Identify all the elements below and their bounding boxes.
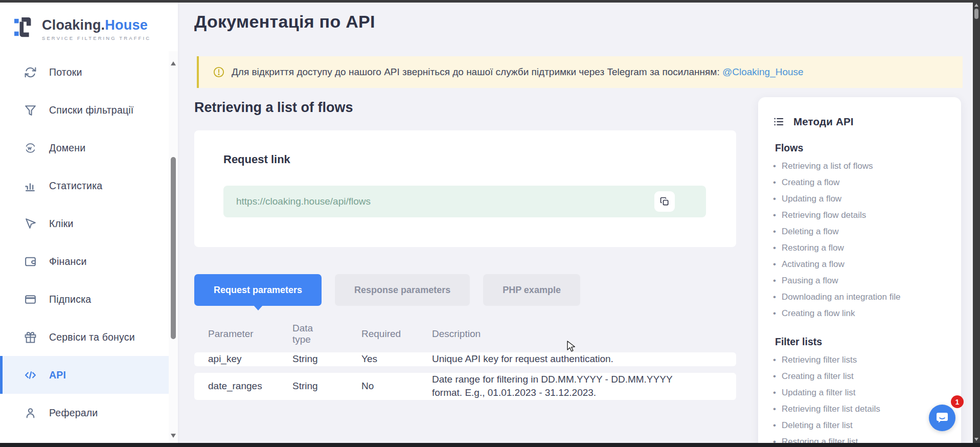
sidebar-item[interactable]: Списки фільтрації — [0, 91, 171, 129]
bullet-icon: • — [773, 207, 776, 223]
method-link[interactable]: •Creating a filter list — [773, 368, 951, 385]
method-link[interactable]: •Deleting a filter list — [773, 417, 951, 434]
tab[interactable]: PHP example — [483, 274, 580, 306]
method-link[interactable]: •Retrieving filter lists — [773, 352, 951, 368]
sidebar-scrollbar[interactable] — [169, 51, 178, 447]
method-link[interactable]: •Restoring a flow — [773, 240, 951, 256]
method-link-label: Updating a flow — [782, 191, 841, 207]
method-link-label: Deleting a filter list — [782, 417, 853, 434]
brand-logo-icon — [14, 15, 36, 40]
sidebar-item-label: Домени — [49, 142, 85, 154]
brand-name-accent: House — [105, 17, 148, 33]
brand-name-dark: Cloaking. — [42, 17, 105, 33]
chat-widget-button[interactable] — [929, 405, 955, 431]
tab-label: PHP example — [503, 285, 561, 296]
sidebar-item[interactable]: Домени — [0, 129, 171, 167]
screen-top-strip — [0, 0, 980, 3]
bullet-icon: • — [773, 417, 776, 434]
cell-data-type: String — [279, 381, 348, 392]
sidebar-item[interactable]: API — [0, 356, 171, 394]
method-link-label: Updating a filter list — [782, 385, 856, 401]
cell-required: Yes — [348, 353, 418, 365]
gift-icon — [24, 331, 37, 344]
tab[interactable]: Response parameters — [335, 274, 470, 306]
api-access-notice: Для відкриття доступу до нашого API звер… — [197, 56, 963, 88]
brand-tagline: SERVICE FILTERING TRAFFIC — [42, 35, 151, 41]
method-link[interactable]: •Updating a flow — [773, 191, 951, 207]
method-link[interactable]: •Retrieving flow details — [773, 207, 951, 223]
request-link-title: Request link — [223, 153, 290, 166]
bullet-icon: • — [773, 158, 776, 174]
sync-icon — [24, 66, 37, 79]
notice-text: Для відкриття доступу до нашого API звер… — [232, 66, 804, 78]
method-link[interactable]: •Updating a filter list — [773, 385, 951, 401]
sidebar-item[interactable]: Фінанси — [0, 242, 171, 280]
bullet-icon: • — [773, 256, 776, 273]
scroll-down-arrow-icon[interactable] — [974, 438, 978, 441]
method-link-label: Restoring a flow — [782, 240, 844, 256]
page-scrollbar-thumb[interactable] — [974, 9, 978, 19]
sidebar-item[interactable]: Потоки — [0, 53, 171, 91]
screen-bottom-strip — [0, 443, 980, 447]
sidebar-nav: Потоки Списки фільтрації Домени Статисти… — [0, 53, 171, 432]
chat-notification-badge: 1 — [951, 395, 964, 408]
request-url-field[interactable]: https://cloaking.house/api/flows — [223, 186, 706, 217]
flows-method-list: •Retrieving a list of flows •Creating a … — [773, 158, 951, 322]
method-link[interactable]: •Downloading an integration file — [773, 289, 951, 305]
method-link[interactable]: •Deleting a flow — [773, 223, 951, 240]
stats-icon — [24, 180, 37, 192]
bullet-icon: • — [773, 223, 776, 240]
tab-label: Request parameters — [214, 285, 302, 296]
sidebar-item[interactable]: Кліки — [0, 205, 171, 242]
cell-description: Date range for filtering in DD.MM.YYYY -… — [418, 373, 704, 400]
copy-url-button[interactable] — [654, 191, 675, 212]
tab[interactable]: Request parameters — [194, 274, 322, 306]
bullet-icon: • — [773, 368, 776, 385]
section-title: Retrieving a list of flows — [194, 100, 353, 116]
brand-logo[interactable]: Cloaking.House SERVICE FILTERING TRAFFIC — [14, 15, 151, 41]
sidebar-item-label: Підписка — [49, 294, 91, 305]
sidebar: Cloaking.House SERVICE FILTERING TRAFFIC… — [0, 0, 178, 447]
bullet-icon: • — [773, 385, 776, 401]
sidebar-item[interactable]: Статистика — [0, 167, 171, 205]
sidebar-scrollbar-thumb[interactable] — [171, 157, 176, 339]
sidebar-item-label: Списки фільтрації — [49, 104, 133, 116]
bullet-icon: • — [773, 352, 776, 368]
method-link[interactable]: •Pausing a flow — [773, 273, 951, 289]
sidebar-item-label: Кліки — [49, 218, 74, 230]
api-methods-panel: Методи API Flows •Retrieving a list of f… — [758, 97, 961, 447]
bullet-icon: • — [773, 174, 776, 191]
bullet-icon: • — [773, 305, 776, 322]
scroll-down-arrow-icon[interactable] — [171, 434, 176, 438]
page-title: Документація по API — [194, 12, 375, 32]
methods-section-flows: Flows — [775, 142, 951, 154]
cell-data-type: String — [279, 353, 348, 365]
sidebar-item[interactable]: Реферали — [0, 394, 171, 432]
scroll-up-arrow-icon[interactable] — [171, 61, 176, 65]
copy-icon — [659, 196, 670, 207]
method-link-label: Creating a flow — [782, 174, 839, 191]
method-link[interactable]: •Creating a flow — [773, 174, 951, 191]
cursor-icon — [24, 217, 37, 230]
sidebar-item[interactable]: Підписка — [0, 280, 171, 318]
method-link[interactable]: •Retrieving filter list details — [773, 401, 951, 417]
card-icon — [24, 293, 37, 306]
method-link[interactable]: •Creating a flow link — [773, 305, 951, 322]
method-link-label: Pausing a flow — [782, 273, 838, 289]
method-link-label: Retrieving filter list details — [782, 401, 880, 417]
table-row: date_ranges String No Date range for fil… — [194, 373, 736, 400]
scroll-up-arrow-icon[interactable] — [974, 4, 978, 7]
tab-label: Response parameters — [354, 285, 450, 296]
method-link-label: Deleting a flow — [782, 223, 839, 240]
table-row: api_key String Yes Unique API key for re… — [194, 352, 736, 366]
methods-panel-title: Методи API — [793, 116, 854, 128]
sidebar-item[interactable]: Сервіси та бонуси — [0, 318, 171, 356]
page-scrollbar[interactable] — [973, 0, 980, 447]
method-link[interactable]: •Activating a flow — [773, 256, 951, 273]
sidebar-item-label: Реферали — [49, 407, 98, 419]
cell-parameter: date_ranges — [194, 381, 279, 392]
method-link-label: Retrieving filter lists — [782, 352, 857, 368]
warning-icon — [213, 66, 224, 78]
telegram-link[interactable]: @Cloaking_House — [722, 66, 804, 77]
method-link[interactable]: •Retrieving a list of flows — [773, 158, 951, 174]
